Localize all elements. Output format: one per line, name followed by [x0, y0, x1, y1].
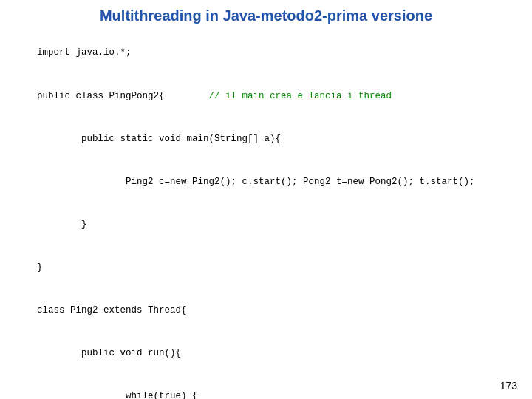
code-line-1: import java.io.*;: [37, 47, 132, 58]
slide-page: Multithreading in Java-metodo2-prima ver…: [0, 0, 532, 399]
code-line-6: }: [37, 262, 43, 273]
slide-title: Multithreading in Java-metodo2-prima ver…: [15, 7, 517, 24]
code-line-3: public static void main(String[] a){: [37, 134, 281, 144]
code-block: import java.io.*; public class PingPong2…: [15, 32, 517, 399]
comment-1: // il main crea e lancia i thread: [209, 91, 392, 101]
code-line-9: while(true) {: [37, 391, 198, 399]
code-line-4: Ping2 c=new Ping2(); c.start(); Pong2 t=…: [37, 177, 475, 187]
code-line-2: public class PingPong2{ // il main crea …: [37, 91, 392, 101]
code-line-7: class Ping2 extends Thread{: [37, 305, 187, 316]
code-line-5: }: [37, 219, 87, 230]
page-number: 173: [500, 380, 517, 392]
code-line-8: public void run(){: [37, 348, 181, 358]
